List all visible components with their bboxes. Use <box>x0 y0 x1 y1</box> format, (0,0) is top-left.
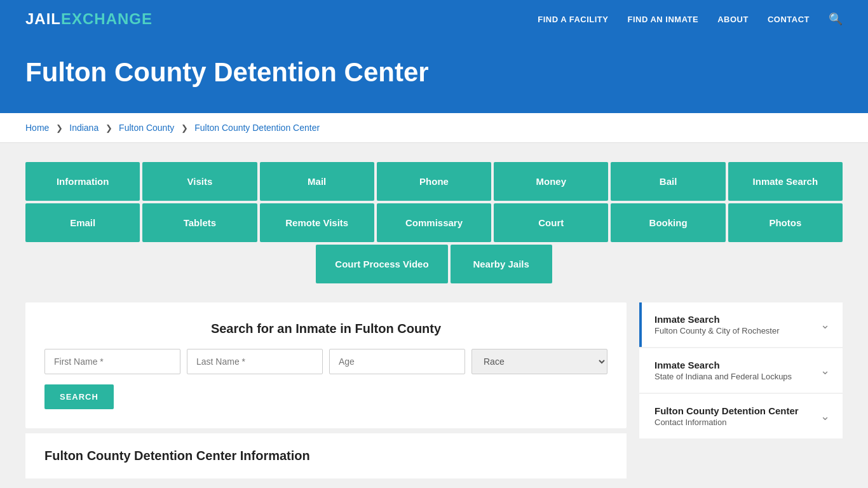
btn-email[interactable]: Email <box>25 203 140 242</box>
btn-visits[interactable]: Visits <box>142 162 257 201</box>
hero-section: Fulton County Detention Center <box>0 38 868 113</box>
chevron-down-icon-2: ⌄ <box>820 363 830 377</box>
find-inmate-link[interactable]: FIND AN INMATE <box>627 15 698 24</box>
btn-nearby-jails[interactable]: Nearby Jails <box>451 245 552 283</box>
brand-exchange: EXCHANGE <box>61 10 153 27</box>
btn-bail[interactable]: Bail <box>611 162 725 201</box>
age-input[interactable] <box>329 349 465 374</box>
button-grid-row1: Information Visits Mail Phone Money Bail… <box>25 162 843 201</box>
sidebar-inmate-search-fulton[interactable]: Inmate Search Fulton County & City of Ro… <box>639 302 843 347</box>
breadcrumb-indiana[interactable]: Indiana <box>69 123 98 133</box>
sidebar-item-sub-2: State of Indiana and Federal Lockups <box>654 372 792 381</box>
breadcrumb: Home ❯ Indiana ❯ Fulton County ❯ Fulton … <box>0 113 868 143</box>
page-title: Fulton County Detention Center <box>25 57 843 88</box>
btn-phone[interactable]: Phone <box>377 162 491 201</box>
chevron-down-icon-3: ⌄ <box>820 409 830 423</box>
chevron-down-icon-1: ⌄ <box>820 318 830 332</box>
sidebar-item-sub-3: Contact Information <box>654 417 799 427</box>
sidebar: Inmate Search Fulton County & City of Ro… <box>639 302 843 438</box>
btn-court-process-video[interactable]: Court Process Video <box>316 245 447 283</box>
btn-remote-visits[interactable]: Remote Visits <box>260 203 374 242</box>
search-fields: Race White Black Hispanic Asian Other <box>44 349 607 374</box>
inmate-search-box: Search for an Inmate in Fulton County Ra… <box>25 302 627 428</box>
search-icon[interactable]: 🔍 <box>829 12 843 26</box>
btn-mail[interactable]: Mail <box>260 162 374 201</box>
brand-jail: JAIL <box>25 10 61 27</box>
search-button[interactable]: SEARCH <box>44 384 114 409</box>
contact-link[interactable]: CONTACT <box>768 15 810 24</box>
btn-commissary[interactable]: Commissary <box>377 203 491 242</box>
search-title: Search for an Inmate in Fulton County <box>44 322 607 336</box>
btn-photos[interactable]: Photos <box>728 203 843 242</box>
btn-court[interactable]: Court <box>494 203 608 242</box>
breadcrumb-home[interactable]: Home <box>25 123 49 133</box>
btn-money[interactable]: Money <box>494 162 608 201</box>
info-title: Fulton County Detention Center Informati… <box>44 449 607 463</box>
main-content: Information Visits Mail Phone Money Bail… <box>0 143 868 488</box>
sidebar-item-title-2: Inmate Search <box>654 360 792 370</box>
button-grid-row3: Court Process Video Nearby Jails <box>25 245 843 283</box>
button-grid-row2: Email Tablets Remote Visits Commissary C… <box>25 203 843 242</box>
first-name-input[interactable] <box>44 349 180 374</box>
navbar: JAILEXCHANGE FIND A FACILITY FIND AN INM… <box>0 0 868 38</box>
sidebar-inmate-search-indiana[interactable]: Inmate Search State of Indiana and Feder… <box>639 348 843 393</box>
brand-logo[interactable]: JAILEXCHANGE <box>25 10 153 28</box>
sidebar-contact-info[interactable]: Fulton County Detention Center Contact I… <box>639 394 843 438</box>
navbar-links: FIND A FACILITY FIND AN INMATE ABOUT CON… <box>538 12 843 26</box>
info-section: Fulton County Detention Center Informati… <box>25 433 627 478</box>
btn-information[interactable]: Information <box>25 162 140 201</box>
breadcrumb-facility: Fulton County Detention Center <box>194 123 320 133</box>
race-select[interactable]: Race White Black Hispanic Asian Other <box>471 349 607 374</box>
breadcrumb-fulton-county[interactable]: Fulton County <box>119 123 174 133</box>
lower-section: Search for an Inmate in Fulton County Ra… <box>25 302 843 478</box>
sidebar-item-sub-1: Fulton County & City of Rochester <box>654 326 780 336</box>
btn-booking[interactable]: Booking <box>611 203 725 242</box>
sidebar-item-title-1: Inmate Search <box>654 314 780 325</box>
about-link[interactable]: ABOUT <box>717 15 749 24</box>
find-facility-link[interactable]: FIND A FACILITY <box>538 15 608 24</box>
btn-inmate-search[interactable]: Inmate Search <box>728 162 843 201</box>
btn-tablets[interactable]: Tablets <box>142 203 257 242</box>
last-name-input[interactable] <box>187 349 323 374</box>
sidebar-item-title-3: Fulton County Detention Center <box>654 405 799 416</box>
